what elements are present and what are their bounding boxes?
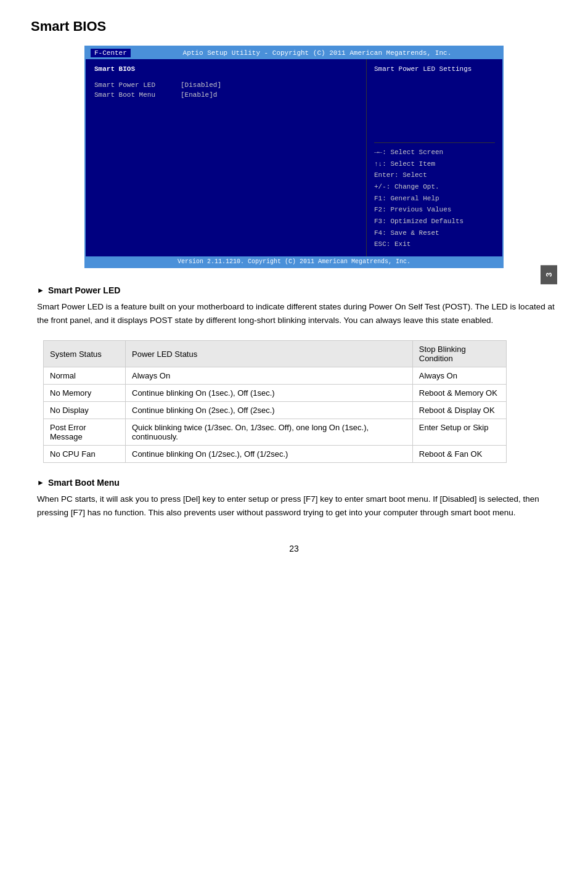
triangle-icon-1: ► — [37, 286, 44, 295]
bios-header-title: Aptio Setup Utility - Copyright (C) 2011… — [137, 49, 497, 57]
bios-f-center-label: F-Center — [91, 49, 131, 57]
cell: Quick blinking twice (1/3sec. On, 1/3sec… — [126, 419, 413, 446]
cell: Normal — [44, 367, 126, 385]
help-line-1: ↑↓: Select Item — [374, 158, 495, 170]
bios-right-title: Smart Power LED Settings — [374, 65, 495, 73]
help-line-8: ESC: Exit — [374, 239, 495, 250]
table-row: No Memory Continue blinking On (1sec.), … — [44, 385, 507, 402]
bios-right-panel: Smart Power LED Settings →←: Select Scre… — [367, 59, 502, 256]
cell: Continue blinking On (2sec.), Off (2sec.… — [126, 402, 413, 419]
cell: Always On — [412, 367, 506, 385]
bios-setting-row-1: Smart Boot Menu [Enable]d — [94, 91, 357, 99]
page-title: Smart BIOS — [31, 18, 557, 35]
cell: Continue blinking On (1sec.), Off (1sec.… — [126, 385, 413, 402]
cell: Always On — [126, 367, 413, 385]
help-line-6: F3: Optimized Defaults — [374, 216, 495, 227]
col-header-1: Power LED Status — [126, 341, 413, 367]
chapter-tab: 3 — [541, 265, 557, 284]
bios-setting-label-0: Smart Power LED — [94, 81, 174, 89]
bios-left-panel: Smart BIOS Smart Power LED [Disabled] Sm… — [86, 59, 367, 256]
cell: Reboot & Memory OK — [412, 385, 506, 402]
smart-boot-menu-body: When PC starts, it will ask you to press… — [37, 492, 557, 519]
bios-section-name: Smart BIOS — [94, 65, 357, 73]
table-row: No CPU Fan Continue blinking On (1/2sec.… — [44, 446, 507, 463]
help-line-3: +/-: Change Opt. — [374, 181, 495, 193]
cell: Enter Setup or Skip — [412, 419, 506, 446]
bios-header: F-Center Aptio Setup Utility - Copyright… — [86, 47, 502, 59]
table-row: Post Error Message Quick blinking twice … — [44, 419, 507, 446]
smart-boot-menu-heading: ► Smart Boot Menu — [37, 478, 557, 488]
help-line-7: F4: Save & Reset — [374, 227, 495, 239]
help-line-2: Enter: Select — [374, 170, 495, 181]
table-row: No Display Continue blinking On (2sec.),… — [44, 402, 507, 419]
bios-footer: Version 2.11.1210. Copyright (C) 2011 Am… — [86, 256, 502, 267]
smart-power-led-heading: ► Smart Power LED — [37, 285, 557, 295]
bios-help-block: →←: Select Screen ↑↓: Select Item Enter:… — [374, 142, 495, 250]
smart-power-led-body: Smart Power LED is a feature built on yo… — [37, 300, 557, 327]
cell: No CPU Fan — [44, 446, 126, 463]
bios-setting-label-1: Smart Boot Menu — [94, 91, 174, 99]
power-led-table: System Status Power LED Status Stop Blin… — [43, 340, 507, 463]
col-header-0: System Status — [44, 341, 126, 367]
cell: Post Error Message — [44, 419, 126, 446]
bios-setting-value-1: [Enable]d — [181, 91, 217, 99]
help-line-0: →←: Select Screen — [374, 147, 495, 158]
cell: Reboot & Display OK — [412, 402, 506, 419]
bios-screenshot: F-Center Aptio Setup Utility - Copyright… — [84, 46, 504, 268]
cell: Continue blinking On (1/2sec.), Off (1/2… — [126, 446, 413, 463]
cell: No Memory — [44, 385, 126, 402]
bios-setting-row-0: Smart Power LED [Disabled] — [94, 81, 357, 89]
help-line-5: F2: Previous Values — [374, 204, 495, 216]
help-line-4: F1: General Help — [374, 193, 495, 205]
cell: No Display — [44, 402, 126, 419]
smart-boot-menu-title: Smart Boot Menu — [48, 478, 120, 488]
col-header-2: Stop Blinking Condition — [412, 341, 506, 367]
page-number: 23 — [31, 544, 557, 554]
smart-power-led-title: Smart Power LED — [48, 285, 120, 295]
table-row: Normal Always On Always On — [44, 367, 507, 385]
cell: Reboot & Fan OK — [412, 446, 506, 463]
triangle-icon-2: ► — [37, 478, 44, 487]
bios-setting-value-0: [Disabled] — [181, 81, 221, 89]
